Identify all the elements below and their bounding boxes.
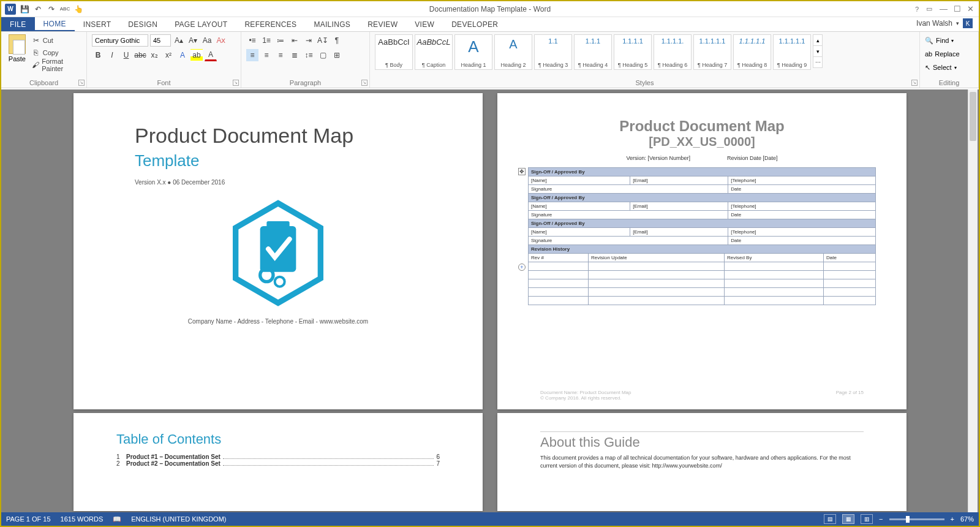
clear-formatting-icon[interactable]: Aⅹ [215,34,227,47]
document-area[interactable]: Product Document Map Template Version X.… [1,89,979,512]
styles-scroll-down-icon[interactable]: ▾ [813,45,823,57]
status-words[interactable]: 1615 WORDS [61,515,104,523]
zoom-slider[interactable] [889,518,944,520]
bold-icon[interactable]: B [92,49,104,61]
undo-icon[interactable]: ↶ [33,4,43,14]
line-spacing-icon[interactable]: ↕≡ [303,49,315,61]
increase-indent-icon[interactable]: ⇥ [303,34,315,47]
save-icon[interactable]: 💾 [20,4,29,14]
hexagon-logo-icon [229,198,327,308]
font-dialog-launcher-icon[interactable]: ↘ [233,80,239,86]
style-heading5[interactable]: 1.1.1.1¶ Heading 5 [614,34,652,70]
user-account[interactable]: Ivan Walsh ▾ K [916,18,973,28]
styles-gallery[interactable]: AaBbCcI¶ Body AaBbCcL¶ Caption AHeading … [375,34,914,70]
numbering-icon[interactable]: 1≡ [260,34,273,47]
show-marks-icon[interactable]: ¶ [331,34,343,47]
style-heading1[interactable]: AHeading 1 [454,34,492,70]
tab-review[interactable]: REVIEW [359,17,406,31]
page-3[interactable]: Table of Contents 1 Product #1 – Documen… [74,413,483,511]
revision-table[interactable]: Rev #Revision UpdateRevised ByDate [528,253,876,305]
tab-developer[interactable]: DEVELOPER [443,17,507,31]
status-language[interactable]: ENGLISH (UNITED KINGDOM) [131,515,226,523]
strikethrough-icon[interactable]: abc [134,49,146,61]
bullets-icon[interactable]: •≡ [246,34,258,47]
underline-icon[interactable]: U [120,49,132,61]
ribbon-display-icon[interactable]: ▭ [926,5,932,13]
style-heading3[interactable]: 1.1¶ Heading 3 [534,34,572,70]
touch-mode-icon[interactable]: 👆 [74,4,83,14]
change-case-icon[interactable]: Aa [201,34,213,47]
status-proofing-icon[interactable]: 📖 [113,515,121,523]
style-body[interactable]: AaBbCcI¶ Body [375,34,413,70]
styles-scroll-up-icon[interactable]: ▴ [813,34,823,46]
clipboard-dialog-launcher-icon[interactable]: ↘ [78,80,85,86]
styles-dialog-launcher-icon[interactable]: ↘ [911,80,918,86]
scrollbar-thumb[interactable] [970,92,976,141]
text-effects-icon[interactable]: A [176,49,189,61]
redo-icon[interactable]: ↷ [47,4,56,14]
italic-icon[interactable]: I [106,49,118,61]
styles-more-icon[interactable]: ⋯ [813,56,823,68]
copy-button[interactable]: ⎘Copy [32,47,81,59]
style-heading9[interactable]: 1.1.1.1.1¶ Heading 9 [773,34,811,70]
tab-file[interactable]: FILE [1,17,35,31]
grow-font-icon[interactable]: A▴ [173,34,185,47]
cut-button[interactable]: ✂Cut [32,34,81,47]
font-name-select[interactable]: Century Gothic [92,34,148,47]
font-color-icon[interactable]: A [205,49,217,61]
tab-insert[interactable]: INSERT [75,17,120,31]
zoom-level[interactable]: 67% [960,515,974,523]
table-move-handle-icon[interactable]: ✥ [518,168,526,175]
tab-mailings[interactable]: MAILINGS [305,17,359,31]
style-heading4[interactable]: 1.1.1¶ Heading 4 [574,34,612,70]
vertical-scrollbar[interactable] [968,89,978,512]
paragraph-dialog-launcher-icon[interactable]: ↘ [361,80,368,86]
tab-view[interactable]: VIEW [406,17,443,31]
borders-icon[interactable]: ⊞ [331,49,343,61]
superscript-icon[interactable]: x² [162,49,175,61]
zoom-in-icon[interactable]: + [951,515,954,523]
sort-icon[interactable]: A↧ [317,34,329,47]
highlight-icon[interactable]: ab [190,49,203,61]
read-mode-icon[interactable]: ▤ [824,514,836,524]
multilevel-list-icon[interactable]: ≔ [274,34,287,47]
tab-page-layout[interactable]: PAGE LAYOUT [166,17,236,31]
page-1[interactable]: Product Document Map Template Version X.… [74,93,483,409]
replace-button[interactable]: abReplace [925,48,960,60]
style-heading2[interactable]: AHeading 2 [494,34,532,70]
group-font: Century Gothic 45 A▴ A▾ Aa Aⅹ B I U abc … [87,32,241,88]
align-left-icon[interactable]: ≡ [246,49,258,61]
subscript-icon[interactable]: x₂ [148,49,160,61]
style-heading6[interactable]: 1.1.1.1.¶ Heading 6 [654,34,692,70]
spellcheck-icon[interactable]: ABC [60,4,70,14]
signoff-table[interactable]: Sign-Off / Approved By [Name][Email][Tel… [528,167,876,254]
minimize-icon[interactable]: — [940,4,948,13]
style-heading7[interactable]: 1.1.1.1.1¶ Heading 7 [693,34,731,70]
restore-icon[interactable]: ☐ [954,4,961,13]
web-layout-icon[interactable]: ▥ [861,514,873,524]
format-painter-button[interactable]: 🖌Format Painter [32,59,81,71]
help-icon[interactable]: ? [915,6,919,13]
page-4[interactable]: About this Guide This document provides … [497,413,907,511]
tab-references[interactable]: REFERENCES [236,17,305,31]
style-heading8[interactable]: 1.1.1.1.1¶ Heading 8 [733,34,771,70]
page-2[interactable]: Product Document Map [PD_XX_US_0000] Ver… [497,93,907,409]
paste-button[interactable]: Paste [6,34,28,63]
justify-icon[interactable]: ≣ [288,49,301,61]
font-size-select[interactable]: 45 [150,34,171,47]
decrease-indent-icon[interactable]: ⇤ [288,34,301,47]
tab-home[interactable]: HOME [35,17,75,31]
find-button[interactable]: 🔍Find▾ [925,34,960,47]
print-layout-icon[interactable]: ▦ [842,514,854,524]
table-insert-handle-icon[interactable]: + [518,264,526,271]
select-button[interactable]: ↖Select▾ [925,61,960,74]
style-caption[interactable]: AaBbCcL¶ Caption [415,34,453,70]
zoom-out-icon[interactable]: − [879,515,883,523]
shrink-font-icon[interactable]: A▾ [187,34,199,47]
align-right-icon[interactable]: ≡ [274,49,287,61]
close-icon[interactable]: ✕ [967,4,974,13]
tab-design[interactable]: DESIGN [119,17,166,31]
shading-icon[interactable]: ▢ [317,49,329,61]
align-center-icon[interactable]: ≡ [260,49,273,61]
status-page[interactable]: PAGE 1 OF 15 [6,515,51,523]
